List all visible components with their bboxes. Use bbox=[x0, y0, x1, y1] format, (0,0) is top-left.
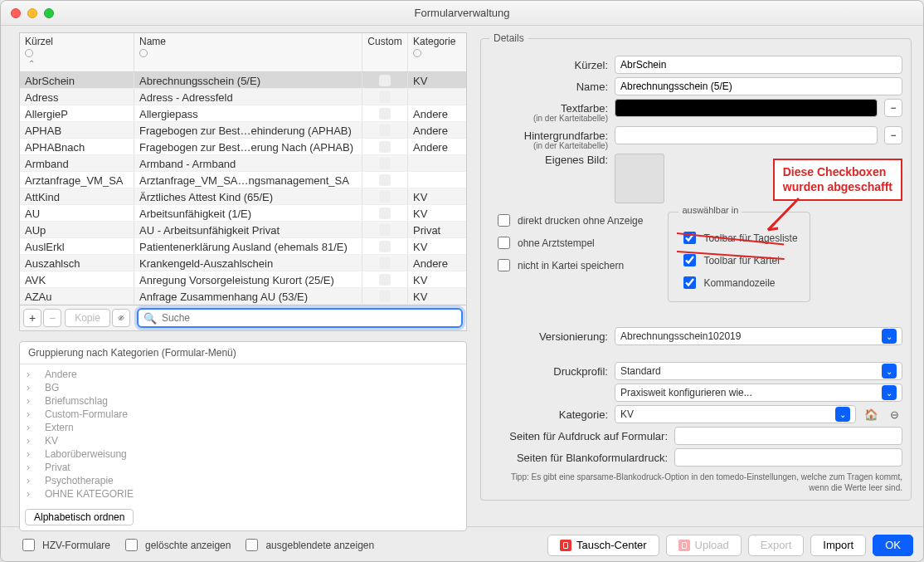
category-item[interactable]: ›Extern bbox=[25, 421, 461, 434]
praxisweit-select[interactable]: Praxisweit konfigurieren wie...⌄ bbox=[615, 384, 902, 402]
window-title: Formularverwaltung bbox=[415, 7, 510, 19]
chevron-right-icon: › bbox=[27, 395, 36, 407]
kategorie-select[interactable]: KV⌄ bbox=[615, 405, 856, 423]
cb-direct-print[interactable]: direkt drucken ohne Anzeige bbox=[494, 212, 643, 229]
copy-button[interactable]: Kopie bbox=[65, 309, 110, 327]
table-row[interactable]: APHABFragebogen zur Best…ehinderung (APH… bbox=[20, 122, 466, 139]
chevron-right-icon: › bbox=[27, 408, 36, 420]
table-header: Kürzel Name Custom Kategorie bbox=[20, 33, 466, 72]
table-row[interactable]: AttKindÄrztliches Attest Kind (65/E)KV bbox=[20, 188, 466, 205]
table-row[interactable]: AuslErklPatientenerklärung Ausland (ehem… bbox=[20, 238, 466, 255]
tausch-center-button[interactable]: Tausch-Center bbox=[547, 535, 659, 556]
cb-no-kartei[interactable]: nicht in Kartei speichern bbox=[494, 257, 643, 274]
table-row[interactable]: AZAuAnfrage Zusammenhang AU (53/E)KV bbox=[20, 288, 466, 305]
name-input[interactable] bbox=[615, 77, 902, 95]
ok-button[interactable]: OK bbox=[873, 535, 913, 556]
toggle-visibility-button[interactable] bbox=[112, 309, 130, 327]
aufdruck-input[interactable] bbox=[674, 427, 902, 445]
version-label: Versionierung: bbox=[489, 330, 608, 343]
details-panel: Details Kürzel: Name: Textfarbe: − (in d… bbox=[480, 32, 912, 501]
categories-list[interactable]: ›Andere›BG›Briefumschlag›Custom-Formular… bbox=[20, 364, 466, 504]
textcolor-swatch[interactable] bbox=[615, 99, 878, 117]
annotation-box: Diese Checkboxen wurden abgeschafft bbox=[773, 159, 902, 201]
close-icon[interactable] bbox=[11, 8, 21, 18]
category-item[interactable]: ›Briefumschlag bbox=[25, 394, 461, 408]
bgcolor-label: Hintergrundfarbe: bbox=[489, 130, 608, 142]
selectable-title: auswählbar in bbox=[678, 205, 742, 215]
th-custom[interactable]: Custom bbox=[362, 33, 408, 71]
categories-title: Gruppierung nach Kategorien (Formular-Me… bbox=[20, 342, 466, 364]
chevron-right-icon: › bbox=[27, 462, 36, 473]
image-well[interactable] bbox=[615, 154, 664, 203]
chevron-right-icon: › bbox=[27, 369, 36, 380]
cb-no-stamp[interactable]: ohne Arztstempel bbox=[494, 234, 643, 252]
tip-text: Tipp: Es gibt eine sparsame-Blankodruck-… bbox=[489, 472, 902, 493]
bgcolor-swatch[interactable] bbox=[615, 126, 878, 144]
category-item[interactable]: ›KV bbox=[25, 434, 461, 447]
home-icon[interactable]: 🏠 bbox=[863, 406, 879, 423]
minimize-icon[interactable] bbox=[27, 8, 37, 18]
chevron-right-icon: › bbox=[27, 435, 36, 447]
maximize-icon[interactable] bbox=[44, 8, 54, 18]
image-label: Eigenes Bild: bbox=[489, 154, 608, 166]
chevron-right-icon: › bbox=[27, 422, 36, 433]
titlebar: Formularverwaltung bbox=[1, 1, 923, 26]
kategorie-label: Kategorie: bbox=[489, 408, 608, 421]
version-select[interactable]: Abrechnungsschein102019⌄ bbox=[615, 327, 902, 345]
table-row[interactable]: AVKAnregung Vorsorgeleistung Kurort (25/… bbox=[20, 271, 466, 288]
name-label: Name: bbox=[489, 81, 608, 93]
druckprofil-select[interactable]: Standard⌄ bbox=[615, 362, 902, 380]
table-row[interactable]: AuszahlschKrankengeld-AuszahlscheinAnder… bbox=[20, 255, 466, 271]
shopping-bag-icon bbox=[560, 540, 571, 551]
category-item[interactable]: ›Custom-Formulare bbox=[25, 408, 461, 421]
annotation-arrow-icon bbox=[761, 197, 803, 234]
table-row[interactable]: AUpAU - Arbeitsunfähigkeit PrivatPrivat bbox=[20, 222, 466, 238]
category-item[interactable]: ›Privat bbox=[25, 461, 461, 474]
cb-hzv[interactable]: HZV-Formulare bbox=[19, 536, 110, 554]
cb-toolbar-kartei[interactable]: Toolbar für Kartei bbox=[680, 252, 797, 269]
cb-hidden[interactable]: ausgeblendete anzeigen bbox=[242, 536, 374, 554]
alphabetize-button[interactable]: Alphabetisch ordnen bbox=[25, 509, 134, 525]
blanko-input[interactable] bbox=[674, 448, 902, 467]
textcolor-label: Textfarbe: bbox=[489, 102, 608, 115]
category-item[interactable]: ›Laborüberweisung bbox=[25, 447, 461, 461]
chevron-right-icon: › bbox=[27, 488, 36, 500]
chevron-right-icon: › bbox=[27, 448, 36, 460]
category-item[interactable]: ›Psychotherapie bbox=[25, 474, 461, 487]
cb-kommandozeile[interactable]: Kommandozeile bbox=[680, 274, 797, 291]
search-input[interactable]: 🔍 bbox=[137, 308, 463, 328]
kuerzel-label: Kürzel: bbox=[489, 59, 608, 71]
cb-deleted[interactable]: gelöschte anzeigen bbox=[122, 536, 231, 554]
th-kuerzel[interactable]: Kürzel bbox=[20, 33, 134, 71]
table-row[interactable]: AdressAdress - Adressfeld bbox=[20, 89, 466, 105]
export-button[interactable]: Export bbox=[748, 535, 805, 556]
form-table[interactable]: Kürzel Name Custom Kategorie AbrScheinAb… bbox=[19, 32, 467, 305]
table-row[interactable]: AUArbeitsunfähigkeit (1/E)KV bbox=[20, 205, 466, 222]
category-item[interactable]: ›Andere bbox=[25, 368, 461, 381]
table-row[interactable]: AbrScheinAbrechnungsschein (5/E)KV bbox=[20, 72, 466, 89]
table-row[interactable]: Arztanfrage_VM_SAArztanfrage_VM_SA…ngsma… bbox=[20, 172, 466, 188]
minus-circle-icon[interactable]: ⊖ bbox=[886, 406, 902, 423]
th-name[interactable]: Name bbox=[134, 33, 362, 71]
import-button[interactable]: Import bbox=[810, 535, 866, 556]
add-button[interactable]: + bbox=[23, 309, 41, 327]
druckprofil-label: Druckprofil: bbox=[489, 365, 608, 378]
category-item[interactable]: ›BG bbox=[25, 381, 461, 394]
search-icon: 🔍 bbox=[143, 312, 157, 325]
blanko-label: Seiten für Blankoformulardruck: bbox=[489, 452, 668, 464]
chevron-right-icon: › bbox=[27, 382, 36, 393]
bgcolor-clear-button[interactable]: − bbox=[884, 126, 902, 144]
upload-button[interactable]: Upload bbox=[666, 535, 742, 556]
th-kategorie[interactable]: Kategorie bbox=[408, 33, 466, 71]
category-item[interactable]: ›OHNE KATEGORIE bbox=[25, 487, 461, 501]
textcolor-clear-button[interactable]: − bbox=[884, 99, 902, 117]
aufdruck-label: Seiten für Aufdruck auf Formular: bbox=[489, 430, 668, 442]
shopping-bag-icon bbox=[678, 540, 690, 551]
kuerzel-input[interactable] bbox=[615, 56, 902, 74]
table-row[interactable]: APHABnachFragebogen zur Best…erung Nach … bbox=[20, 139, 466, 155]
chevron-right-icon: › bbox=[27, 475, 36, 486]
table-row[interactable]: AllergiePAllergiepassAndere bbox=[20, 105, 466, 122]
table-row[interactable]: ArmbandArmband - Armband bbox=[20, 155, 466, 172]
details-legend: Details bbox=[489, 32, 528, 44]
remove-button[interactable]: − bbox=[43, 309, 61, 327]
